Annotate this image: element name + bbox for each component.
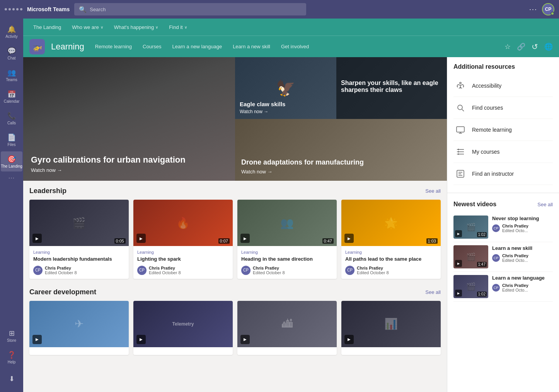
video-card-heading-same[interactable]: 👥 ▶ 0:47 Learning Heading in the same di… [237,200,337,279]
video-card-modern-leadership[interactable]: 🎬 ▶ 0:05 Learning Modern leadership fund… [29,200,129,279]
duration-2: 0:07 [218,238,230,244]
sidebar-item-download[interactable]: ⬇ [1,369,22,389]
refresh-icon[interactable]: ↺ [532,42,538,51]
author-2: CP Chris Pratley Edited October 8 [137,266,229,275]
hero-gyro-card[interactable]: Gyro calibrations for urban navigation W… [23,57,235,181]
career-play-4[interactable]: ▶ [344,335,354,344]
career-info-4 [341,347,441,355]
share-link-icon[interactable]: 🔗 [517,42,525,51]
play-btn-3[interactable]: ▶ [240,234,250,243]
hero-eagle-link[interactable]: Watch now → [240,109,285,114]
career-card-2[interactable]: Telemetry ▶ [133,301,233,355]
hero-drone-link[interactable]: Watch now → [241,169,364,175]
hero-gyro-link[interactable]: Watch now → [31,167,186,173]
learning-nav-skill[interactable]: Learn a new skill [228,41,275,52]
author-avatar-2: CP [137,266,147,275]
career-card-1[interactable]: ✈ ▶ [29,301,129,355]
content-area: The Landing Who we are ∨ What's happenin… [23,19,559,392]
thumb-heading-same: 👥 ▶ 0:47 [237,200,337,246]
store-icon: ⊞ [9,329,15,338]
search-bar[interactable]: 🔍 [74,3,306,15]
accessibility-label: Accessibility [472,83,501,89]
hero-drone-card[interactable]: Drone adaptations for manufacturing Watc… [235,119,447,181]
career-play-1[interactable]: ▶ [32,335,42,344]
dot-1 [5,8,7,10]
author-3: CP Chris Pratley Edited October 8 [241,266,333,275]
nav-find-it[interactable]: Find it ∨ [165,19,191,36]
nav-happening-label: What's happening [114,24,154,30]
sidebar-item-calendar[interactable]: 📅 Calendar [1,87,22,107]
learning-nav-language[interactable]: Learn a new language [167,41,227,52]
top-nav: The Landing Who we are ∨ What's happenin… [23,19,559,36]
resource-find-courses[interactable]: Find courses [453,97,553,119]
sidebar-item-files[interactable]: 📄 Files [1,130,22,150]
sidebar-item-chat[interactable]: 💬 Chat [1,43,22,63]
newest-video-1[interactable]: 🎬 ▶ 1:02 Never stop learning CP Chris Pr… [453,212,553,242]
career-play-3[interactable]: ▶ [240,335,250,344]
author-edited-3: Edited October 8 [253,270,285,275]
learning-nav-involved[interactable]: Get involved [276,41,314,52]
duration-4: 1:03 [426,238,438,244]
hero-gyro-title: Gyro calibrations for urban navigation [31,155,186,165]
video-card-all-paths[interactable]: 🌟 ▶ 1:03 Learning All paths lead to the … [341,200,441,279]
help-label: Help [8,360,16,364]
sidebar-item-the-landing[interactable]: 🎯 The Landing [1,151,22,171]
sidebar-item-activity[interactable]: 🔔 Activity [1,22,22,42]
landing-icon: 🎯 [7,155,16,163]
nav-whats-happening[interactable]: What's happening ∨ [110,19,162,36]
newest-play-3: ▶ [455,290,462,297]
newest-thumb-1: 🎬 ▶ 1:02 [453,216,488,239]
calendar-icon: 📅 [7,90,16,98]
title-ellipsis[interactable]: ··· [529,5,537,14]
newest-video-2[interactable]: 🎬 ▶ 1:47 Learn a new skill CP Chris Prat… [453,242,553,272]
career-thumb-2: Telemetry ▶ [133,301,233,347]
sidebar-item-calls[interactable]: 📞 Calls [1,108,22,128]
globe-icon[interactable]: 🌐 [544,42,553,51]
leadership-see-all[interactable]: See all [425,188,441,194]
play-btn-1[interactable]: ▶ [32,234,42,243]
career-card-4[interactable]: 📊 ▶ [341,301,441,355]
user-avatar[interactable]: CP [542,3,554,15]
sidebar-item-store[interactable]: ⊞ Store [1,326,22,346]
nav-the-landing[interactable]: The Landing [29,19,65,36]
sidebar-more-dots[interactable]: ··· [9,175,15,182]
additional-resources-section: Additional resources Accessibility [447,57,559,191]
telemetry-label: Telemetry [172,321,194,327]
video-info-3: Learning Heading in the same direction C… [237,246,337,279]
newest-duration-2: 1:47 [477,262,487,267]
author-4: CP Chris Pratley Edited October 8 [345,266,437,275]
career-play-2[interactable]: ▶ [136,335,146,344]
career-card-3[interactable]: 🏙 ▶ [237,301,337,355]
author-avatar-1: CP [33,266,43,275]
resource-my-courses[interactable]: My courses [453,141,553,163]
sidebar-item-teams[interactable]: 👥 Teams [1,65,22,85]
newest-video-title-1: Never stop learning [492,216,553,221]
resource-accessibility[interactable]: Accessibility [453,75,553,97]
career-see-all[interactable]: See all [425,289,441,295]
find-courses-label: Find courses [472,105,503,111]
nav-who-we-are[interactable]: Who we are ∨ [68,19,107,36]
learning-title: Learning [51,42,84,52]
title-2: Lighting the spark [137,256,229,263]
newest-see-all[interactable]: See all [537,202,553,207]
learning-nav-remote[interactable]: Remote learning [90,41,136,52]
newest-duration-1: 1:02 [477,232,487,237]
sidebar-item-help[interactable]: ❓ Help [1,347,22,367]
hero-grid: Gyro calibrations for urban navigation W… [23,57,447,181]
activity-label: Activity [5,34,18,39]
remote-learning-icon [453,123,467,137]
svg-point-0 [460,82,461,84]
svg-rect-3 [457,127,464,132]
favorite-icon[interactable]: ☆ [504,42,511,51]
play-btn-2[interactable]: ▶ [136,234,146,243]
video-card-lighting-spark[interactable]: 🔥 ▶ 0:07 Learning Lighting the spark CP [133,200,233,279]
hero-eagle-card[interactable]: 🦅 Sharpen your skills, like an eagle sha… [235,57,447,119]
resource-remote-learning[interactable]: Remote learning [453,119,553,141]
right-sidebar: Additional resources Accessibility [447,57,559,392]
learning-nav-courses[interactable]: Courses [138,41,166,52]
leadership-section: Leadership See all 🎬 ▶ 0:05 Learning [23,181,447,282]
newest-video-3[interactable]: 🎬 ▶ 1:02 Learn a new language CP Chris P… [453,272,553,302]
play-btn-4[interactable]: ▶ [344,234,354,243]
resource-find-instructor[interactable]: Find an instructor [453,163,553,185]
search-input[interactable] [90,7,302,12]
